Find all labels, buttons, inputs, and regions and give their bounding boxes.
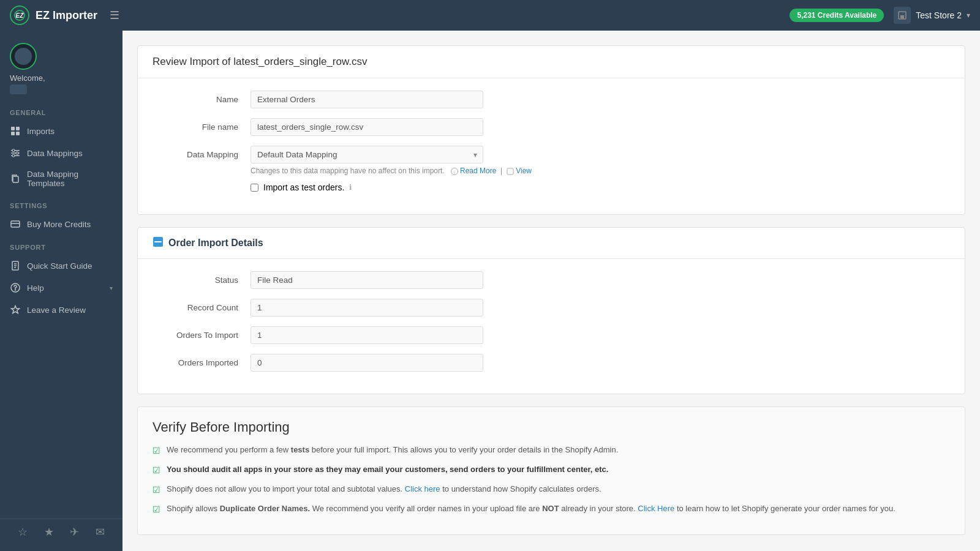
bottom-icon-4[interactable]: ✉ — [96, 525, 105, 539]
topnav-right: 5,231 Credits Available Test Store 2 ▾ — [790, 7, 970, 24]
order-import-form: Status Record Count Orders To Import Ord… — [138, 259, 965, 394]
svg-rect-6 — [11, 132, 15, 135]
order-import-details-header: Order Import Details — [138, 228, 965, 259]
chevron-down-icon: ▾ — [110, 285, 113, 291]
data-mapping-row: Data Mapping Default Data Mapping ▾ Chan… — [153, 146, 950, 192]
sidebar-item-label: Help — [27, 283, 44, 293]
credits-badge[interactable]: 5,231 Credits Available — [790, 9, 884, 22]
verify-title: Verify Before Importing — [153, 419, 950, 435]
orders-to-import-label: Orders To Import — [153, 326, 251, 340]
verify-card: Verify Before Importing ☑ We recommend y… — [137, 407, 965, 535]
store-chevron: ▾ — [967, 11, 970, 20]
sidebar-item-data-mapping-templates[interactable]: Data Mapping Templates — [0, 164, 123, 193]
svg-marker-23 — [12, 306, 20, 313]
svg-rect-5 — [16, 127, 20, 130]
name-input[interactable] — [251, 91, 483, 108]
checkmark-icon-3: ☑ — [153, 484, 160, 497]
svg-rect-7 — [16, 132, 20, 135]
bottom-icon-3[interactable]: ✈ — [70, 525, 79, 539]
doc-icon — [10, 260, 21, 271]
order-import-details-card: Order Import Details Status Record Count… — [137, 227, 965, 394]
copy-icon — [10, 173, 21, 184]
bottom-icon-2[interactable]: ★ — [44, 525, 54, 539]
brand-logo: EZ — [10, 6, 29, 25]
svg-rect-15 — [11, 221, 20, 227]
sidebar-item-label: Data Mappings — [27, 149, 83, 158]
view-link[interactable]: View — [516, 167, 532, 175]
checkmark-icon-1: ☑ — [153, 444, 160, 457]
sidebar-item-label: Leave a Review — [27, 305, 86, 315]
sliders-icon — [10, 148, 21, 159]
form-section: Name File name Data Mapping Default Data… — [138, 78, 965, 214]
svg-rect-14 — [13, 176, 18, 182]
store-icon — [894, 7, 911, 24]
click-here-link-2[interactable]: Click Here — [638, 504, 674, 513]
sidebar-section-support: SUPPORT — [0, 235, 123, 255]
orders-imported-row: Orders Imported — [153, 354, 950, 372]
test-orders-row: Import as test orders. ℹ — [251, 182, 532, 192]
card-icon — [10, 219, 21, 230]
bottom-icon-1[interactable]: ☆ — [18, 525, 28, 539]
sidebar-item-imports[interactable]: Imports — [0, 120, 123, 142]
store-name: Test Store 2 — [916, 10, 962, 20]
data-mapping-label: Data Mapping — [153, 146, 251, 159]
record-count-input — [251, 299, 483, 317]
verify-item-text-1: We recommend you perform a few tests bef… — [167, 444, 618, 456]
brand-name: EZ Importer — [36, 9, 97, 22]
help-icon — [10, 282, 21, 293]
info-icon: ℹ — [349, 183, 352, 192]
status-label: Status — [153, 271, 251, 285]
sidebar-bottom-icons: ☆ ★ ✈ ✉ — [0, 519, 123, 545]
orders-to-import-input — [251, 326, 483, 344]
svg-point-13 — [12, 154, 15, 157]
checkmark-icon-2: ☑ — [153, 464, 160, 477]
sidebar-section-general: GENERAL — [0, 100, 123, 120]
view-small-icon — [507, 168, 514, 175]
page-title: Review Import of latest_orders_single_ro… — [153, 56, 950, 68]
data-mapping-hint: Changes to this data mapping have no aff… — [251, 167, 532, 175]
verify-item-3: ☑ Shopify does not allow you to import y… — [153, 483, 950, 497]
read-more-link[interactable]: Read More — [460, 167, 496, 175]
brand: EZ EZ Importer — [10, 6, 97, 25]
data-mapping-select-wrapper: Default Data Mapping ▾ — [251, 146, 483, 163]
svg-rect-3 — [900, 15, 904, 18]
verify-item-text-2: You should audit all apps in your store … — [167, 463, 608, 476]
svg-rect-4 — [11, 127, 15, 130]
verify-item-1: ☑ We recommend you perform a few tests b… — [153, 444, 950, 457]
info-small-icon: i — [451, 168, 458, 175]
record-count-row: Record Count — [153, 299, 950, 317]
hamburger-button[interactable]: ☰ — [110, 9, 119, 22]
import-test-orders-checkbox[interactable] — [251, 184, 258, 192]
sidebar-item-label: Buy More Credits — [27, 220, 91, 229]
order-import-title: Order Import Details — [168, 238, 263, 249]
status-input — [251, 271, 483, 289]
click-here-link-1[interactable]: Click here — [405, 484, 440, 493]
orders-to-import-row: Orders To Import — [153, 326, 950, 344]
sidebar-item-quick-start-guide[interactable]: Quick Start Guide — [0, 255, 123, 277]
name-row: Name — [153, 91, 950, 108]
verify-item-2: ☑ You should audit all apps in your stor… — [153, 463, 950, 477]
welcome-text: Welcome, — [10, 73, 45, 83]
filename-row: File name — [153, 118, 950, 136]
import-test-orders-label: Import as test orders. — [263, 182, 344, 192]
sidebar-item-data-mappings[interactable]: Data Mappings — [0, 142, 123, 164]
svg-text:EZ: EZ — [16, 12, 24, 19]
checkmark-icon-4: ☑ — [153, 503, 160, 516]
sidebar-item-label: Data Mapping Templates — [27, 170, 113, 188]
svg-point-12 — [16, 152, 18, 154]
sidebar-item-label: Imports — [27, 127, 55, 136]
store-selector[interactable]: Test Store 2 ▾ — [894, 7, 970, 24]
record-count-label: Record Count — [153, 299, 251, 312]
data-mapping-select[interactable]: Default Data Mapping — [251, 146, 483, 163]
sidebar-item-buy-more-credits[interactable]: Buy More Credits — [0, 213, 123, 235]
orders-imported-label: Orders Imported — [153, 354, 251, 367]
sidebar-item-help[interactable]: Help ▾ — [0, 277, 123, 299]
star-icon — [10, 304, 21, 315]
grid-icon — [10, 126, 21, 137]
orders-imported-input — [251, 354, 483, 372]
sidebar-item-leave-a-review[interactable]: Leave a Review — [0, 299, 123, 321]
filename-input[interactable] — [251, 118, 483, 136]
sidebar-section-settings: SETTINGS — [0, 193, 123, 213]
welcome-sub — [10, 84, 27, 94]
page-header: Review Import of latest_orders_single_ro… — [138, 46, 965, 78]
